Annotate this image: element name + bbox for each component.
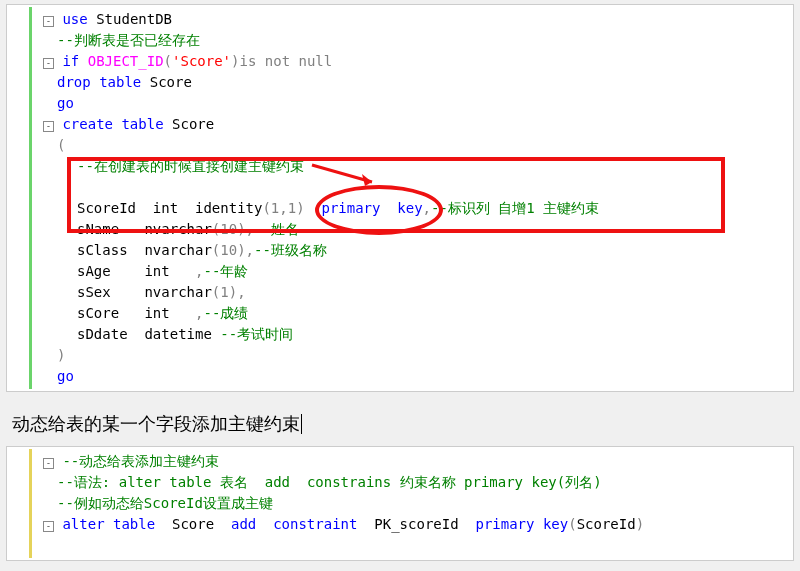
code-line: --例如动态给ScoreId设置成主键 bbox=[7, 493, 793, 514]
code-line: sCore int ,--成绩 bbox=[7, 303, 793, 324]
code-line bbox=[7, 535, 793, 556]
code-line: - use StudentDB bbox=[7, 9, 793, 30]
code-line: - --动态给表添加主键约束 bbox=[7, 451, 793, 472]
code-line: sClass nvarchar(10),--班级名称 bbox=[7, 240, 793, 261]
code-line: go bbox=[7, 93, 793, 114]
fold-icon[interactable]: - bbox=[43, 458, 54, 469]
attribution: 头条@道哥说编程 bbox=[0, 565, 800, 571]
code-line: sDdate datetime --考试时间 bbox=[7, 324, 793, 345]
code-block-2: - --动态给表添加主键约束 --语法: alter table 表名 add … bbox=[6, 446, 794, 561]
code-line: ( bbox=[7, 135, 793, 156]
code-line: ScoreId int identity(1,1) primary key,--… bbox=[7, 198, 793, 219]
code-line: - create table Score bbox=[7, 114, 793, 135]
change-bar bbox=[29, 449, 32, 558]
fold-icon[interactable]: - bbox=[43, 16, 54, 27]
code-line bbox=[7, 177, 793, 198]
fold-icon[interactable]: - bbox=[43, 521, 54, 532]
change-bar bbox=[29, 7, 32, 389]
code-line: - if OBJECT_ID('Score')is not null bbox=[7, 51, 793, 72]
code-line: sSex nvarchar(1), bbox=[7, 282, 793, 303]
code-line: --语法: alter table 表名 add constrains 约束名称… bbox=[7, 472, 793, 493]
code-line: --在创建表的时候直接创建主键约束 bbox=[7, 156, 793, 177]
code-line: go bbox=[7, 366, 793, 387]
fold-icon[interactable]: - bbox=[43, 58, 54, 69]
code-block-1: - use StudentDB --判断表是否已经存在 - if OBJECT_… bbox=[6, 4, 794, 392]
code-line: ) bbox=[7, 345, 793, 366]
code-line: sAge int ,--年龄 bbox=[7, 261, 793, 282]
code-line: --判断表是否已经存在 bbox=[7, 30, 793, 51]
section-caption: 动态给表的某一个字段添加主键约束 bbox=[12, 412, 788, 436]
code-line: sName nvarchar(10),--姓名 bbox=[7, 219, 793, 240]
code-line: - alter table Score add constraint PK_sc… bbox=[7, 514, 793, 535]
fold-icon[interactable]: - bbox=[43, 121, 54, 132]
code-line: drop table Score bbox=[7, 72, 793, 93]
